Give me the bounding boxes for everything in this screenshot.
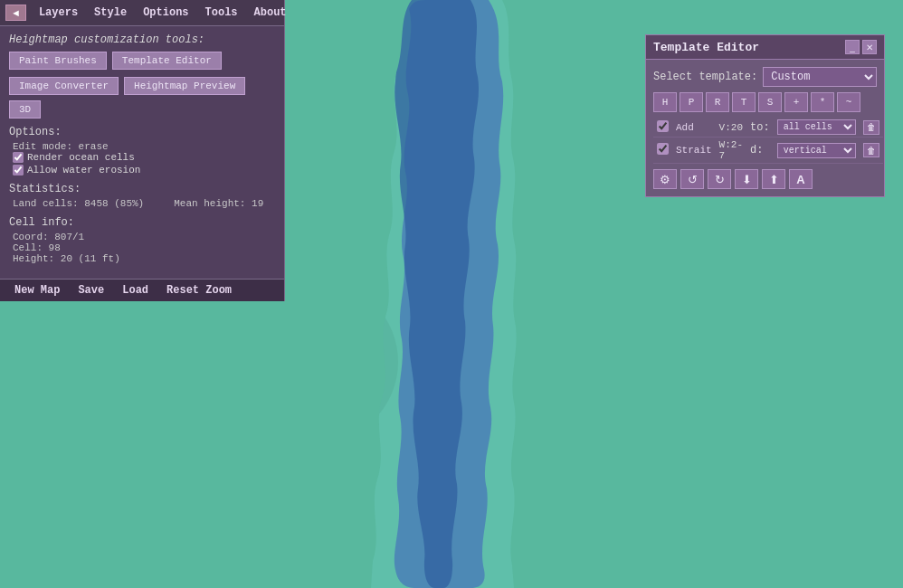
nav-back-button[interactable]: ◄ bbox=[5, 5, 26, 21]
water-erosion-checkbox[interactable] bbox=[13, 165, 24, 175]
tool-buttons-row1: Paint Brushes Template Editor bbox=[9, 52, 275, 70]
template-editor-button[interactable]: Template Editor bbox=[112, 52, 222, 70]
image-converter-button[interactable]: Image Converter bbox=[9, 77, 119, 95]
te-template-select[interactable]: Custom Pangea Archipelago High Island Lo… bbox=[763, 67, 877, 87]
te-upload-icon-btn[interactable]: ⬆ bbox=[762, 169, 785, 189]
te-btn-s[interactable]: S bbox=[758, 92, 782, 112]
te-add-value: V:20 bbox=[719, 122, 743, 133]
te-close-button[interactable]: ✕ bbox=[862, 40, 877, 54]
render-ocean-label: Render ocean cells bbox=[27, 152, 135, 163]
reset-zoom-button[interactable]: Reset Zoom bbox=[157, 282, 241, 299]
te-btn-r[interactable]: R bbox=[706, 92, 729, 112]
3d-button[interactable]: 3D bbox=[9, 100, 41, 119]
te-row-strait: Strait W:2-7 d: vertical horizontal both… bbox=[653, 138, 883, 164]
te-add-to-label: to: bbox=[750, 121, 770, 134]
te-row-add: Add V:20 to: all cells land only water o… bbox=[653, 118, 883, 138]
te-strait-d-label: d: bbox=[750, 144, 763, 156]
template-editor-body: Select template: Custom Pangea Archipela… bbox=[646, 60, 884, 196]
template-editor-header: Template Editor _ ✕ bbox=[646, 35, 884, 60]
height-line: Height: 20 (11 ft) bbox=[13, 253, 275, 264]
nav-item-options[interactable]: Options bbox=[136, 4, 195, 22]
nav-item-tools[interactable]: Tools bbox=[198, 4, 245, 22]
bottom-bar: New Map Save Load Reset Zoom bbox=[0, 279, 284, 301]
nav-item-layers[interactable]: Layers bbox=[32, 4, 85, 22]
statistics-section: Statistics: Land cells: 8458 (85%) Mean … bbox=[9, 183, 275, 209]
tool-buttons-row2: Image Converter Heightmap Preview 3D bbox=[9, 77, 275, 119]
te-select-label: Select template: bbox=[653, 71, 757, 83]
te-btn-h[interactable]: H bbox=[653, 92, 677, 112]
te-strait-name: Strait bbox=[676, 145, 712, 156]
te-font-icon-btn[interactable]: A bbox=[789, 169, 813, 189]
te-rows-table: Add V:20 to: all cells land only water o… bbox=[653, 118, 883, 164]
te-download-icon-btn[interactable]: ⬇ bbox=[735, 169, 758, 189]
nav-bar: ◄ Layers Style Options Tools About bbox=[0, 0, 284, 26]
nav-item-style[interactable]: Style bbox=[87, 4, 134, 22]
left-panel: ◄ Layers Style Options Tools About Heigh… bbox=[0, 0, 285, 301]
te-window-buttons: _ ✕ bbox=[845, 40, 877, 54]
te-strait-checkbox[interactable] bbox=[657, 143, 669, 155]
te-add-name: Add bbox=[676, 122, 694, 133]
land-cells-stat: Land cells: 8458 (85%) Mean height: 19 bbox=[13, 198, 275, 209]
te-btn-t[interactable]: T bbox=[732, 92, 756, 112]
te-settings-icon-btn[interactable]: ⚙ bbox=[653, 169, 677, 189]
water-erosion-row: Allow water erosion bbox=[13, 165, 275, 175]
te-add-delete-button[interactable]: 🗑 bbox=[863, 120, 879, 135]
coord-line: Coord: 807/1 bbox=[13, 232, 275, 242]
new-map-button[interactable]: New Map bbox=[5, 282, 69, 299]
cell-info-title: Cell info: bbox=[9, 216, 275, 229]
cell-info-section: Cell info: Coord: 807/1 Cell: 98 Height:… bbox=[9, 216, 275, 264]
te-btn-plus[interactable]: + bbox=[784, 92, 808, 112]
template-editor-panel: Template Editor _ ✕ Select template: Cus… bbox=[645, 34, 885, 197]
te-redo-icon-btn[interactable]: ↻ bbox=[708, 169, 731, 189]
te-btn-tilde[interactable]: ~ bbox=[837, 92, 860, 112]
te-type-buttons-row: H P R T S + * ~ bbox=[653, 92, 877, 112]
render-ocean-checkbox[interactable] bbox=[13, 152, 24, 163]
statistics-title: Statistics: bbox=[9, 183, 275, 195]
te-undo-icon-btn[interactable]: ↺ bbox=[680, 169, 704, 189]
template-editor-title: Template Editor bbox=[653, 41, 759, 54]
te-strait-value: W:2-7 bbox=[719, 139, 743, 161]
render-ocean-row: Render ocean cells bbox=[13, 152, 275, 163]
section-title: Heightmap customization tools: bbox=[9, 33, 275, 46]
te-btn-p[interactable]: P bbox=[680, 92, 703, 112]
heightmap-preview-button[interactable]: Heightmap Preview bbox=[124, 77, 245, 95]
options-title: Options: bbox=[9, 126, 275, 138]
te-strait-delete-button[interactable]: 🗑 bbox=[863, 143, 879, 157]
te-add-checkbox[interactable] bbox=[657, 120, 669, 132]
te-icon-buttons-row: ⚙ ↺ ↻ ⬇ ⬆ A bbox=[653, 169, 877, 189]
paint-brushes-button[interactable]: Paint Brushes bbox=[9, 52, 107, 70]
te-select-template-row: Select template: Custom Pangea Archipela… bbox=[653, 67, 877, 87]
te-add-to-select[interactable]: all cells land only water only bbox=[777, 119, 856, 135]
edit-mode-label: Edit mode: erase bbox=[13, 141, 275, 152]
options-section: Options: Edit mode: erase Render ocean c… bbox=[9, 126, 275, 175]
water-erosion-label: Allow water erosion bbox=[27, 165, 140, 175]
load-button[interactable]: Load bbox=[113, 282, 157, 299]
save-button[interactable]: Save bbox=[69, 282, 113, 299]
te-minimize-button[interactable]: _ bbox=[845, 40, 860, 54]
cell-line: Cell: 98 bbox=[13, 242, 275, 253]
te-btn-star[interactable]: * bbox=[811, 92, 834, 112]
panel-content: Heightmap customization tools: Paint Bru… bbox=[0, 26, 284, 279]
te-strait-d-select[interactable]: vertical horizontal both bbox=[777, 143, 856, 158]
nav-item-about[interactable]: About bbox=[247, 4, 294, 22]
